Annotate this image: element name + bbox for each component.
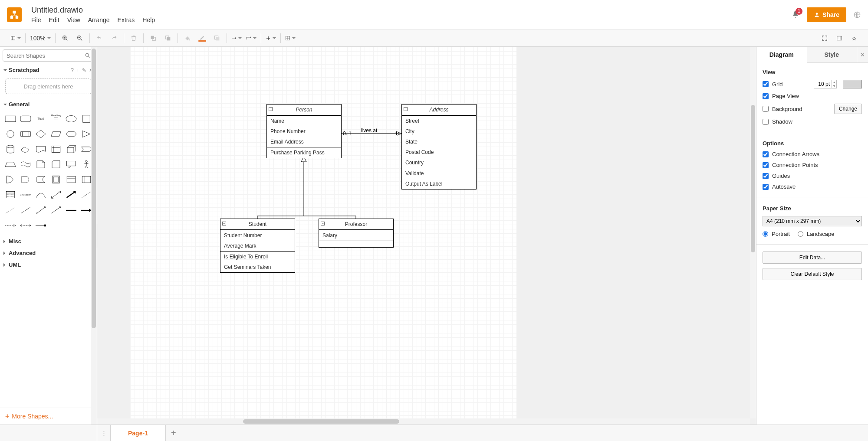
shape-card[interactable]	[49, 158, 63, 171]
menu-arrange[interactable]: Arrange	[88, 16, 110, 23]
shape-line[interactable]	[19, 203, 32, 217]
canvas-hscrollbar[interactable]	[97, 418, 750, 425]
shape-ellipse[interactable]	[65, 112, 78, 125]
collapse-icon[interactable]: −	[269, 107, 273, 111]
uml-class-professor[interactable]: −Professor Salary	[319, 219, 394, 248]
zoom-out-button[interactable]	[75, 33, 85, 43]
autosave-checkbox[interactable]	[763, 184, 769, 190]
collapse-icon[interactable]: −	[404, 107, 408, 111]
shape-textbox[interactable]: Heading━━━━━━━━━━━	[49, 112, 63, 125]
grid-step-up[interactable]: ▲	[832, 80, 836, 84]
shadow-checkbox[interactable]	[763, 119, 769, 125]
sidebar-scrollbar[interactable]	[91, 47, 97, 425]
uml-method[interactable]: Purchase Parking Pass	[267, 147, 341, 158]
paper-size-select[interactable]: A4 (210 mm x 297 mm)	[763, 216, 862, 226]
uml-method[interactable]: Is Eligible To Enroll	[220, 252, 295, 262]
edge-label-lives-at[interactable]: lives at	[361, 127, 377, 134]
clear-default-style-button[interactable]: Clear Default Style	[763, 268, 862, 280]
uml-attr[interactable]: City	[402, 126, 476, 137]
shadow-button[interactable]	[212, 33, 222, 43]
insert-button[interactable]	[266, 33, 276, 43]
canvas-vscrollbar[interactable]	[750, 47, 756, 418]
shape-document[interactable]	[34, 142, 47, 156]
to-back-button[interactable]	[163, 33, 173, 43]
conn-arrows-checkbox[interactable]	[763, 151, 769, 157]
tab-style[interactable]: Style	[807, 47, 857, 63]
shape-cloud[interactable]	[19, 142, 32, 156]
uml-attr[interactable]: Salary	[319, 230, 393, 241]
uml-method[interactable]: Get Seminars Taken	[220, 262, 295, 272]
uml-attr[interactable]: Student Number	[220, 230, 295, 241]
format-panel-toggle[interactable]	[834, 33, 845, 43]
grid-checkbox[interactable]	[763, 81, 769, 87]
scratchpad-add[interactable]: +	[76, 67, 79, 73]
page-view-checkbox[interactable]	[763, 93, 769, 99]
shape-trapezoid[interactable]	[3, 158, 17, 171]
shape-bidi-connector[interactable]	[34, 203, 47, 217]
collapse-icon[interactable]: −	[222, 222, 226, 225]
uml-method[interactable]: Output As Label	[402, 179, 476, 189]
page-tab-1[interactable]: Page-1	[110, 425, 166, 441]
scratchpad-edit[interactable]: ✎	[82, 67, 86, 73]
more-shapes-button[interactable]: +More Shapes...	[0, 408, 97, 425]
shape-arrow[interactable]	[65, 188, 78, 202]
shape-thin-bidi-h[interactable]	[19, 219, 32, 232]
shape-tape[interactable]	[19, 158, 32, 171]
shape-internal-storage[interactable]	[49, 142, 63, 156]
shape-bidirectional-arrow[interactable]	[49, 188, 63, 202]
shape-diamond[interactable]	[34, 127, 47, 140]
redo-button[interactable]	[109, 33, 119, 43]
zoom-dropdown[interactable]: 100%	[30, 35, 51, 42]
shape-directional-connector[interactable]	[49, 203, 63, 217]
uml-attr[interactable]: Average Mark	[220, 241, 295, 251]
shape-hexagon[interactable]	[65, 127, 78, 140]
grid-step-down[interactable]: ▼	[832, 84, 836, 88]
edge-multiplicity-left[interactable]: 0..1	[343, 131, 352, 137]
guides-checkbox[interactable]	[763, 173, 769, 179]
shape-callout[interactable]	[65, 158, 78, 171]
change-background-button[interactable]: Change	[834, 104, 862, 114]
shape-note[interactable]	[34, 158, 47, 171]
portrait-radio[interactable]	[763, 231, 768, 237]
uml-class-student[interactable]: −Student Student Number Average Mark Is …	[220, 219, 295, 273]
uml-attr[interactable]: Postal Code	[402, 147, 476, 157]
menu-edit[interactable]: Edit	[49, 16, 59, 23]
shape-thick-line[interactable]	[65, 203, 78, 217]
scratchpad-dropzone[interactable]: Drag elements here	[5, 78, 92, 94]
add-page-button[interactable]: +	[166, 425, 181, 441]
shape-link[interactable]	[34, 219, 47, 232]
shape-list-item[interactable]: List Item	[19, 188, 32, 202]
sidebar-toggle-button[interactable]	[10, 33, 21, 43]
shape-rounded-rectangle[interactable]	[19, 112, 32, 125]
shape-curve[interactable]	[34, 188, 47, 202]
shape-thin-arrow-h[interactable]	[3, 219, 17, 232]
general-header[interactable]: General	[0, 98, 97, 110]
uml-attr[interactable]: State	[402, 137, 476, 147]
shape-dotted-line[interactable]	[3, 203, 17, 217]
waypoint-style-button[interactable]	[246, 33, 256, 43]
shape-titled-rect[interactable]	[65, 173, 78, 186]
shape-rectangle[interactable]	[3, 112, 17, 125]
grid-color-swatch[interactable]	[843, 80, 862, 88]
uml-attr[interactable]: Phone Number	[267, 126, 341, 137]
uml-attr[interactable]: Street	[402, 116, 476, 126]
line-color-button[interactable]	[197, 33, 207, 43]
shape-list[interactable]	[3, 188, 17, 202]
table-button[interactable]	[285, 33, 296, 43]
shape-and[interactable]	[19, 173, 32, 186]
shape-or[interactable]	[3, 173, 17, 186]
edge-multiplicity-right[interactable]: 1	[395, 131, 398, 137]
conn-points-checkbox[interactable]	[763, 162, 769, 168]
misc-header[interactable]: Misc	[0, 235, 97, 247]
uml-header[interactable]: UML	[0, 259, 97, 271]
shape-circle[interactable]	[3, 127, 17, 140]
tab-diagram[interactable]: Diagram	[756, 47, 807, 63]
shape-container[interactable]	[49, 173, 63, 186]
menu-extras[interactable]: Extras	[118, 16, 135, 23]
shape-process[interactable]	[19, 127, 32, 140]
background-checkbox[interactable]	[763, 106, 769, 112]
search-icon[interactable]	[85, 52, 91, 59]
landscape-radio[interactable]	[798, 231, 803, 237]
menu-file[interactable]: File	[31, 16, 41, 23]
edit-data-button[interactable]: Edit Data...	[763, 252, 862, 264]
